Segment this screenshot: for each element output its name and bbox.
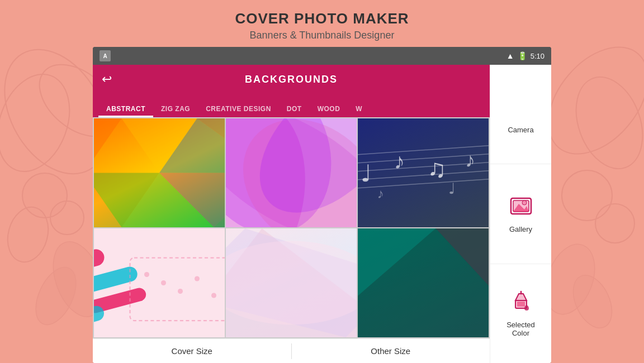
selected-color-label: Selected Color (506, 321, 535, 337)
app-title: COVER PHOTO MAKER (235, 10, 409, 27)
camera-label: Camera (508, 126, 533, 134)
svg-point-5 (2, 203, 54, 267)
camera-sidebar-item[interactable]: Camera (490, 65, 551, 164)
svg-point-55 (211, 293, 216, 298)
svg-point-68 (519, 106, 523, 111)
svg-rect-76 (517, 302, 525, 307)
svg-rect-69 (518, 99, 524, 102)
device-frame: A ▲ 🔋 5:10 ↩ BACKGROUNDS ABSTRACT ZI (93, 47, 551, 363)
other-size-option[interactable]: Other Size (292, 346, 490, 356)
app-subtitle: Banners & Thumbnails Designer (235, 30, 409, 41)
svg-text:♫: ♫ (428, 155, 447, 183)
bg-grid: ♩ ♪ ♫ ♪ ♩ ♪ ♩ (93, 117, 490, 338)
gallery-label: Gallery (509, 225, 532, 233)
svg-point-54 (195, 276, 200, 281)
bg-cell-4[interactable] (94, 228, 225, 337)
cover-size-option[interactable]: Cover Size (93, 346, 291, 356)
svg-point-11 (28, 261, 84, 331)
svg-point-67 (517, 104, 525, 113)
right-sidebar: Camera (490, 65, 551, 363)
main-panel: ↩ BACKGROUNDS ABSTRACT ZIG ZAG CREATIVE … (93, 65, 490, 363)
bg-cell-5[interactable] (226, 228, 357, 337)
status-right: ▲ 🔋 5:10 (506, 51, 544, 60)
svg-point-1 (0, 64, 82, 182)
color-icon (509, 289, 533, 318)
battery-icon: 🔋 (518, 51, 527, 60)
svg-text:♪: ♪ (394, 149, 405, 173)
screen-title: BACKGROUNDS (245, 74, 338, 85)
svg-point-52 (161, 280, 166, 285)
status-left: A (100, 50, 111, 61)
svg-point-4 (50, 201, 84, 235)
selected-color-sidebar-item[interactable]: Selected Color (490, 264, 551, 363)
tab-wood[interactable]: WOOD (310, 101, 348, 117)
svg-point-3 (22, 173, 67, 218)
tab-creative-design[interactable]: CREATIVE DESIGN (198, 101, 279, 117)
signal-icon: ▲ (506, 51, 514, 60)
svg-rect-32 (358, 118, 489, 227)
top-header: COVER PHOTO MAKER Banners & Thumbnails D… (235, 0, 409, 47)
tab-abstract[interactable]: ABSTRACT (98, 101, 153, 117)
svg-point-9 (595, 204, 634, 243)
gallery-sidebar-item[interactable]: Gallery (490, 164, 551, 264)
svg-point-53 (178, 289, 183, 294)
status-indicator: A (100, 50, 111, 61)
tab-zigzag[interactable]: ZIG ZAG (153, 101, 198, 117)
tab-bar: ABSTRACT ZIG ZAG CREATIVE DESIGN DOT WOO… (93, 94, 490, 117)
svg-point-51 (144, 272, 149, 277)
size-bar: Cover Size Other Size (93, 338, 490, 363)
svg-rect-70 (513, 103, 516, 105)
svg-point-74 (522, 200, 527, 205)
svg-point-13 (566, 269, 620, 334)
svg-text:♪: ♪ (465, 149, 475, 171)
bg-cell-3[interactable]: ♩ ♪ ♫ ♪ ♩ ♪ ♩ (358, 118, 489, 227)
svg-point-8 (562, 170, 612, 221)
app-content: ↩ BACKGROUNDS ABSTRACT ZIG ZAG CREATIVE … (93, 65, 551, 363)
bg-cell-2[interactable] (226, 118, 357, 227)
back-button[interactable]: ↩ (102, 72, 112, 87)
status-bar: A ▲ 🔋 5:10 (93, 47, 551, 65)
page-wrapper: COVER PHOTO MAKER Banners & Thumbnails D… (0, 0, 644, 363)
svg-text:♪: ♪ (377, 187, 384, 201)
svg-point-7 (564, 68, 644, 178)
tab-dot[interactable]: DOT (279, 101, 310, 117)
bg-cell-6[interactable] (358, 228, 489, 337)
svg-text:♩: ♩ (448, 180, 456, 197)
bg-cell-1[interactable] (94, 118, 225, 227)
gallery-icon (509, 194, 533, 223)
time-display: 5:10 (531, 52, 544, 60)
svg-text:♩: ♩ (361, 161, 372, 187)
camera-icon (509, 94, 533, 123)
tab-w[interactable]: W (348, 101, 370, 117)
svg-point-61 (226, 241, 357, 325)
top-bar: ↩ BACKGROUNDS (93, 65, 490, 94)
